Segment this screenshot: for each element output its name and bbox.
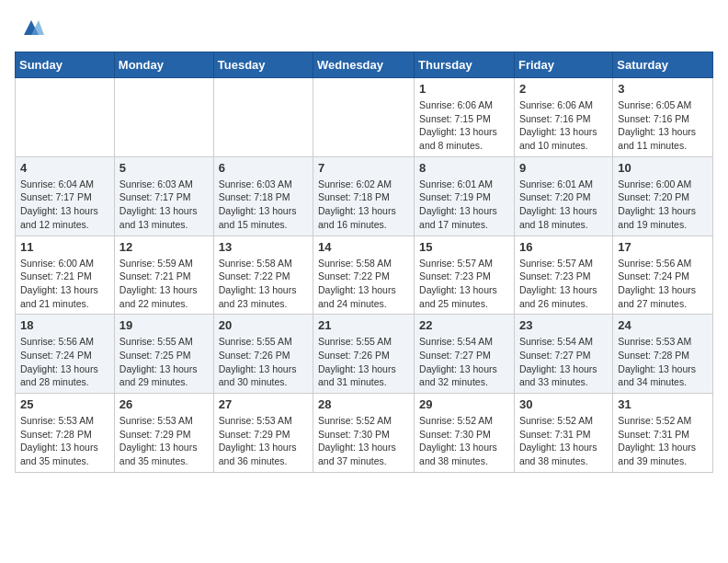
day-info: Sunrise: 5:57 AM Sunset: 7:23 PM Dayligh… <box>519 257 608 311</box>
calendar-cell: 26Sunrise: 5:53 AM Sunset: 7:29 PM Dayli… <box>114 394 213 473</box>
day-info: Sunrise: 5:53 AM Sunset: 7:29 PM Dayligh… <box>119 414 209 468</box>
calendar-week-2: 4Sunrise: 6:04 AM Sunset: 7:17 PM Daylig… <box>16 156 713 236</box>
day-info: Sunrise: 5:53 AM Sunset: 7:29 PM Dayligh… <box>219 414 308 468</box>
calendar-cell: 30Sunrise: 5:52 AM Sunset: 7:31 PM Dayli… <box>514 394 612 473</box>
day-number: 20 <box>219 318 308 332</box>
day-info: Sunrise: 5:54 AM Sunset: 7:27 PM Dayligh… <box>419 335 509 389</box>
calendar-cell <box>16 78 115 157</box>
calendar-cell: 25Sunrise: 5:53 AM Sunset: 7:28 PM Dayli… <box>16 394 115 473</box>
day-number: 6 <box>219 161 308 175</box>
day-number: 15 <box>419 240 509 254</box>
day-info: Sunrise: 5:55 AM Sunset: 7:26 PM Dayligh… <box>219 335 308 389</box>
calendar-cell: 12Sunrise: 5:59 AM Sunset: 7:21 PM Dayli… <box>114 236 213 315</box>
day-info: Sunrise: 6:01 AM Sunset: 7:20 PM Dayligh… <box>519 178 608 232</box>
day-number: 17 <box>618 240 708 254</box>
day-info: Sunrise: 5:59 AM Sunset: 7:21 PM Dayligh… <box>119 257 209 311</box>
day-number: 7 <box>318 161 409 175</box>
calendar-cell: 24Sunrise: 5:53 AM Sunset: 7:28 PM Dayli… <box>613 315 713 394</box>
calendar-cell: 5Sunrise: 6:03 AM Sunset: 7:17 PM Daylig… <box>114 156 213 236</box>
weekday-header-tuesday: Tuesday <box>213 52 313 78</box>
calendar-cell: 18Sunrise: 5:56 AM Sunset: 7:24 PM Dayli… <box>16 315 115 394</box>
calendar-cell: 1Sunrise: 6:06 AM Sunset: 7:15 PM Daylig… <box>415 78 515 157</box>
day-number: 23 <box>519 318 608 332</box>
day-number: 8 <box>419 161 509 175</box>
day-number: 27 <box>219 397 308 411</box>
calendar-week-4: 18Sunrise: 5:56 AM Sunset: 7:24 PM Dayli… <box>16 315 713 394</box>
day-number: 13 <box>219 240 308 254</box>
day-info: Sunrise: 5:55 AM Sunset: 7:26 PM Dayligh… <box>318 335 409 389</box>
day-number: 1 <box>419 82 509 96</box>
calendar-week-3: 11Sunrise: 6:00 AM Sunset: 7:21 PM Dayli… <box>16 236 713 315</box>
day-number: 16 <box>519 240 608 254</box>
calendar-cell: 16Sunrise: 5:57 AM Sunset: 7:23 PM Dayli… <box>514 236 612 315</box>
day-info: Sunrise: 5:53 AM Sunset: 7:28 PM Dayligh… <box>20 414 109 468</box>
day-info: Sunrise: 5:56 AM Sunset: 7:24 PM Dayligh… <box>618 257 708 311</box>
day-number: 31 <box>618 397 708 411</box>
calendar-cell: 28Sunrise: 5:52 AM Sunset: 7:30 PM Dayli… <box>313 394 415 473</box>
day-info: Sunrise: 5:57 AM Sunset: 7:23 PM Dayligh… <box>419 257 509 311</box>
day-number: 10 <box>618 161 708 175</box>
weekday-header-thursday: Thursday <box>415 52 515 78</box>
day-number: 11 <box>20 240 109 254</box>
calendar-cell: 31Sunrise: 5:52 AM Sunset: 7:31 PM Dayli… <box>613 394 713 473</box>
day-number: 25 <box>20 397 109 411</box>
day-number: 28 <box>318 397 409 411</box>
weekday-header-friday: Friday <box>514 52 612 78</box>
calendar-cell <box>313 78 415 157</box>
calendar-cell: 6Sunrise: 6:03 AM Sunset: 7:18 PM Daylig… <box>213 156 313 236</box>
day-number: 12 <box>119 240 209 254</box>
day-info: Sunrise: 5:52 AM Sunset: 7:30 PM Dayligh… <box>419 414 509 468</box>
day-number: 24 <box>618 318 708 332</box>
calendar-cell <box>114 78 213 157</box>
day-number: 26 <box>119 397 209 411</box>
day-info: Sunrise: 5:52 AM Sunset: 7:31 PM Dayligh… <box>618 414 708 468</box>
day-number: 22 <box>419 318 509 332</box>
calendar-cell: 22Sunrise: 5:54 AM Sunset: 7:27 PM Dayli… <box>415 315 515 394</box>
day-number: 5 <box>119 161 209 175</box>
calendar-cell <box>213 78 313 157</box>
calendar-cell: 23Sunrise: 5:54 AM Sunset: 7:27 PM Dayli… <box>514 315 612 394</box>
day-number: 30 <box>519 397 608 411</box>
day-info: Sunrise: 5:52 AM Sunset: 7:30 PM Dayligh… <box>318 414 409 468</box>
calendar-week-5: 25Sunrise: 5:53 AM Sunset: 7:28 PM Dayli… <box>16 394 713 473</box>
day-number: 29 <box>419 397 509 411</box>
day-info: Sunrise: 5:53 AM Sunset: 7:28 PM Dayligh… <box>618 335 708 389</box>
day-number: 18 <box>20 318 109 332</box>
day-number: 21 <box>318 318 409 332</box>
calendar-table: SundayMondayTuesdayWednesdayThursdayFrid… <box>15 52 713 473</box>
calendar-cell: 21Sunrise: 5:55 AM Sunset: 7:26 PM Dayli… <box>313 315 415 394</box>
page-header <box>15 15 713 40</box>
calendar-cell: 8Sunrise: 6:01 AM Sunset: 7:19 PM Daylig… <box>415 156 515 236</box>
calendar-cell: 11Sunrise: 6:00 AM Sunset: 7:21 PM Dayli… <box>16 236 115 315</box>
calendar-cell: 9Sunrise: 6:01 AM Sunset: 7:20 PM Daylig… <box>514 156 612 236</box>
calendar-cell: 14Sunrise: 5:58 AM Sunset: 7:22 PM Dayli… <box>313 236 415 315</box>
weekday-header-sunday: Sunday <box>16 52 115 78</box>
calendar-cell: 15Sunrise: 5:57 AM Sunset: 7:23 PM Dayli… <box>415 236 515 315</box>
calendar-cell: 10Sunrise: 6:00 AM Sunset: 7:20 PM Dayli… <box>613 156 713 236</box>
calendar-cell: 3Sunrise: 6:05 AM Sunset: 7:16 PM Daylig… <box>613 78 713 157</box>
calendar-week-1: 1Sunrise: 6:06 AM Sunset: 7:15 PM Daylig… <box>16 78 713 157</box>
weekday-header-saturday: Saturday <box>613 52 713 78</box>
calendar-cell: 4Sunrise: 6:04 AM Sunset: 7:17 PM Daylig… <box>16 156 115 236</box>
day-info: Sunrise: 5:52 AM Sunset: 7:31 PM Dayligh… <box>519 414 608 468</box>
day-number: 19 <box>119 318 209 332</box>
calendar-cell: 20Sunrise: 5:55 AM Sunset: 7:26 PM Dayli… <box>213 315 313 394</box>
day-number: 2 <box>519 82 608 96</box>
day-number: 3 <box>618 82 708 96</box>
day-info: Sunrise: 5:54 AM Sunset: 7:27 PM Dayligh… <box>519 335 608 389</box>
calendar-cell: 17Sunrise: 5:56 AM Sunset: 7:24 PM Dayli… <box>613 236 713 315</box>
calendar-cell: 27Sunrise: 5:53 AM Sunset: 7:29 PM Dayli… <box>213 394 313 473</box>
day-info: Sunrise: 6:01 AM Sunset: 7:19 PM Dayligh… <box>419 178 509 232</box>
calendar-cell: 13Sunrise: 5:58 AM Sunset: 7:22 PM Dayli… <box>213 236 313 315</box>
day-info: Sunrise: 5:58 AM Sunset: 7:22 PM Dayligh… <box>219 257 308 311</box>
weekday-header-monday: Monday <box>114 52 213 78</box>
day-info: Sunrise: 6:05 AM Sunset: 7:16 PM Dayligh… <box>618 98 708 153</box>
day-info: Sunrise: 6:00 AM Sunset: 7:21 PM Dayligh… <box>20 257 109 311</box>
day-number: 4 <box>20 161 109 175</box>
day-info: Sunrise: 6:03 AM Sunset: 7:18 PM Dayligh… <box>219 178 308 232</box>
day-info: Sunrise: 6:04 AM Sunset: 7:17 PM Dayligh… <box>20 178 109 232</box>
day-info: Sunrise: 6:00 AM Sunset: 7:20 PM Dayligh… <box>618 178 708 232</box>
logo <box>15 15 44 40</box>
logo-icon <box>18 15 44 40</box>
day-number: 9 <box>519 161 608 175</box>
